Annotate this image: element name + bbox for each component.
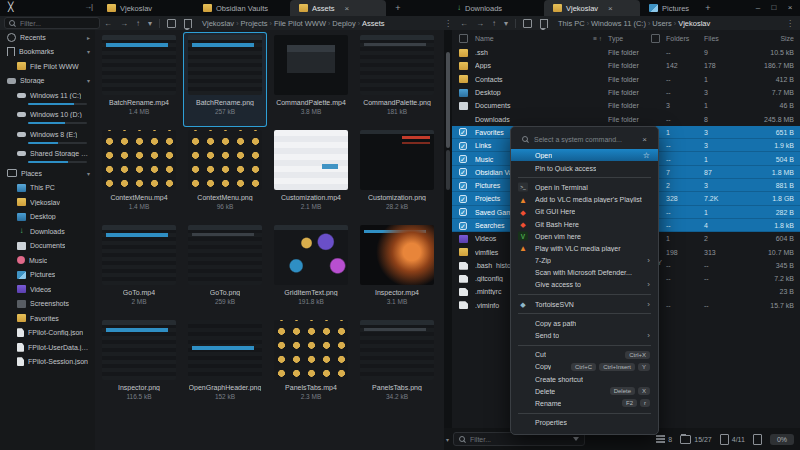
context-menu-item[interactable]: Cut Ctrl+X: [511, 349, 658, 361]
breadcrumb-item[interactable]: Assets ›: [360, 19, 387, 28]
file-grid-item[interactable]: Customization.mp4 2.1 MB: [269, 127, 353, 222]
copy-path-icon[interactable]: [167, 19, 176, 28]
maximize-button[interactable]: □: [766, 0, 782, 16]
context-menu-item[interactable]: >_ Open in Terminal: [511, 181, 658, 193]
row-lead-icon[interactable]: [459, 89, 468, 97]
history-chevron-icon[interactable]: ▾: [500, 19, 512, 28]
file-grid-item[interactable]: Inspector.png 116.5 kB: [97, 317, 181, 412]
tab[interactable]: ↓ Downloads: [448, 0, 544, 16]
sidebar-item[interactable]: Bookmarks ▾: [0, 45, 95, 60]
breadcrumb-label[interactable]: Vjekoslav: [676, 19, 712, 28]
context-menu-item[interactable]: [518, 345, 651, 346]
sidebar-item[interactable]: Desktop: [0, 210, 95, 225]
sidebar-item[interactable]: Shared Storage (F:): [0, 147, 95, 164]
new-tab-button-left[interactable]: +: [390, 0, 406, 16]
forward-icon[interactable]: →: [116, 19, 132, 28]
context-menu-item[interactable]: 7-Zip ›: [511, 255, 658, 267]
sidebar-item[interactable]: Favorites: [0, 311, 95, 326]
context-menu-item[interactable]: Send to ›: [511, 329, 658, 341]
section-chevron-icon[interactable]: ▾: [87, 48, 90, 55]
section-chevron-icon[interactable]: ▸: [87, 34, 90, 41]
filter-options-icon[interactable]: [573, 437, 579, 441]
context-menu-item[interactable]: Copy Ctrl+CCtrl+InsertY: [511, 361, 658, 373]
sidebar-item[interactable]: FPilot-Config.json: [0, 326, 95, 341]
context-menu-item[interactable]: [518, 313, 651, 314]
file-grid-item[interactable]: CommandPalette.mp4 3.8 MB: [269, 32, 353, 127]
sidebar-item[interactable]: Windows 11 (C:): [0, 88, 95, 105]
sidebar-item[interactable]: Vjekoslav: [0, 195, 95, 210]
section-chevron-icon[interactable]: ▾: [87, 77, 90, 84]
row-lead-icon[interactable]: [459, 301, 468, 309]
close-icon[interactable]: ×: [642, 135, 647, 144]
row-lead-icon[interactable]: [459, 262, 468, 270]
breadcrumb-label[interactable]: Vjekoslav: [200, 19, 236, 28]
file-grid-item[interactable]: PanelsTabs.png 34.2 kB: [355, 317, 439, 412]
row-lead-icon[interactable]: [459, 49, 468, 57]
row-lead-icon[interactable]: [459, 275, 468, 283]
sidebar-item[interactable]: Documents: [0, 239, 95, 254]
sidebar-item[interactable]: FPilot-UserData.json: [0, 340, 95, 355]
command-search[interactable]: ×: [515, 132, 654, 146]
file-grid-item[interactable]: PanelsTabs.mp4 2.3 MB: [269, 317, 353, 412]
command-search-input[interactable]: [534, 136, 637, 143]
bookmark-icon[interactable]: [184, 19, 192, 28]
context-menu-item[interactable]: Open ☆: [511, 149, 658, 161]
context-menu-item[interactable]: Copy as path: [511, 317, 658, 329]
file-grid-item[interactable]: GoTo.png 259 kB: [183, 222, 267, 317]
row-lead-icon[interactable]: ✓: [459, 168, 467, 176]
breadcrumb-label[interactable]: This PC: [556, 19, 587, 28]
new-tab-button-right[interactable]: +: [700, 0, 716, 16]
row-lead-icon[interactable]: ✓: [459, 155, 467, 163]
file-grid-item[interactable]: CommandPalette.png 181 kB: [355, 32, 439, 127]
file-grid-item[interactable]: ContextMenu.mp4 1.4 MB: [97, 127, 181, 222]
row-lead-icon[interactable]: ✓: [459, 195, 467, 203]
breadcrumb-item[interactable]: File Pilot WWW ›: [272, 19, 330, 28]
file-grid-item[interactable]: BatchRename.png 257 kB: [183, 32, 267, 127]
context-menu-item[interactable]: Delete DeleteX: [511, 385, 658, 397]
sidebar-item[interactable]: Music: [0, 253, 95, 268]
sidebar-item[interactable]: ↓ Downloads: [0, 224, 95, 239]
sidebar-item[interactable]: Videos: [0, 282, 95, 297]
context-menu-item[interactable]: ▲ Add to VLC media player's Playlist: [511, 194, 658, 206]
row-lead-icon[interactable]: [459, 75, 468, 83]
favorite-star-icon[interactable]: ☆: [643, 151, 650, 160]
back-icon[interactable]: ←: [100, 19, 116, 28]
tab[interactable]: Assets ×: [290, 0, 386, 16]
breadcrumb-item[interactable]: Users ›: [650, 19, 676, 28]
sidebar-item[interactable]: This PC: [0, 181, 95, 196]
tab-close-icon[interactable]: ×: [345, 4, 350, 13]
tab-close-icon[interactable]: ×: [608, 4, 613, 13]
context-menu-item[interactable]: ◆ Git Bash Here: [511, 218, 658, 230]
breadcrumb-label[interactable]: File Pilot WWW: [272, 19, 328, 28]
file-grid-item[interactable]: Inspector.mp4 3.1 MB: [355, 222, 439, 317]
file-grid-item[interactable]: BatchRename.mp4 1.4 MB: [97, 32, 181, 127]
minimize-button[interactable]: –: [750, 0, 766, 16]
copy-path-icon[interactable]: [523, 19, 532, 28]
column-type[interactable]: Type: [608, 35, 623, 42]
file-row[interactable]: Documents File folder 3 1 46 B: [452, 99, 800, 112]
context-menu-item[interactable]: ▲ Play with VLC media player: [511, 242, 658, 254]
file-row[interactable]: Apps File folder 142 178 186.7 MB: [452, 59, 800, 72]
bookmark-icon[interactable]: [540, 19, 548, 28]
breadcrumb-item[interactable]: Projects ›: [238, 19, 271, 28]
file-grid-item[interactable]: GoTo.mp4 2 MB: [97, 222, 181, 317]
row-lead-icon[interactable]: [459, 235, 468, 243]
context-menu-item[interactable]: Scan with Microsoft Defender...: [511, 267, 658, 279]
context-menu-item[interactable]: [518, 177, 651, 178]
sidebar-item[interactable]: Windows 10 (D:): [0, 108, 95, 125]
section-chevron-icon[interactable]: ▾: [87, 170, 90, 177]
row-lead-icon[interactable]: ✓: [459, 142, 467, 150]
row-lead-icon[interactable]: [459, 62, 468, 70]
context-menu-item[interactable]: V Open vim here: [511, 230, 658, 242]
right-filter-input[interactable]: [470, 436, 569, 443]
file-grid-item[interactable]: ContextMenu.png 96 kB: [183, 127, 267, 222]
breadcrumb-label[interactable]: Windows 11 (C:): [589, 19, 648, 28]
file-grid-item[interactable]: GridItemText.png 191.8 kB: [269, 222, 353, 317]
file-row[interactable]: Contacts File folder -- 1 412 B: [452, 73, 800, 86]
select-all-checkbox[interactable]: [459, 34, 468, 43]
column-settings-icon[interactable]: [651, 34, 660, 43]
context-menu-item[interactable]: ◆ Git GUI Here: [511, 206, 658, 218]
column-size[interactable]: Size: [738, 35, 794, 42]
context-menu-item[interactable]: Properties: [511, 417, 658, 429]
breadcrumb-item[interactable]: Deploy ›: [330, 19, 360, 28]
